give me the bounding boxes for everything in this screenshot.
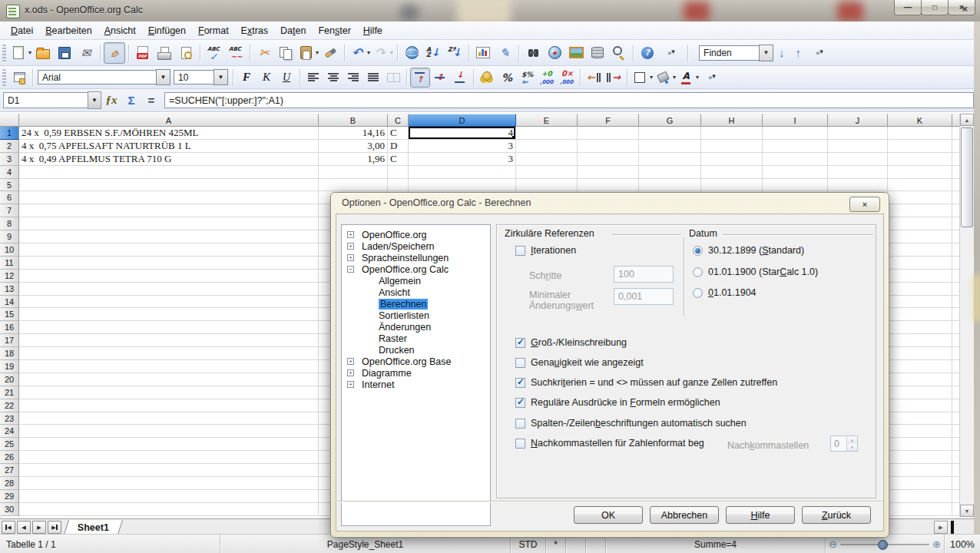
menu-hilfe[interactable]: Hilfe	[357, 23, 389, 38]
sort-ascending-button[interactable]	[422, 42, 444, 64]
increase-indent-button[interactable]	[604, 68, 624, 88]
font-name-dropdown-icon[interactable]: ▼	[156, 69, 171, 85]
cell[interactable]: 3,00	[319, 140, 388, 153]
cell[interactable]	[19, 373, 319, 386]
expand-plus-icon[interactable]: +	[347, 358, 354, 365]
tree-item-drucken[interactable]: Drucken	[342, 344, 490, 356]
cell[interactable]	[888, 217, 952, 230]
search-criteria-whole-cells-checkbox[interactable]: ✓Suchkriterien = und <> müssen auf ganze…	[515, 377, 777, 388]
cell[interactable]	[19, 283, 319, 296]
sheet-last-button[interactable]: ▶	[48, 521, 61, 534]
expand-plus-icon[interactable]: +	[347, 254, 354, 261]
cut-button[interactable]	[253, 42, 275, 64]
cell[interactable]	[888, 270, 952, 283]
cell[interactable]	[828, 179, 888, 192]
align-center-v-button[interactable]	[430, 68, 450, 88]
dropdown-arrow-icon[interactable]: ▾	[367, 49, 370, 56]
cell[interactable]	[19, 243, 319, 257]
cell[interactable]	[763, 153, 828, 166]
decrease-indent-button[interactable]	[584, 68, 604, 88]
cell[interactable]	[19, 503, 319, 516]
cell[interactable]	[516, 140, 578, 153]
cell[interactable]: 14,16	[319, 127, 388, 140]
zoom-out-icon[interactable]: ⊖	[826, 538, 840, 550]
page-preview-button[interactable]	[175, 42, 197, 64]
tree-item-openoffice-org-calc[interactable]: −OpenOffice.org Calc	[342, 263, 490, 275]
toolbar-overflow-icon[interactable]: »	[806, 42, 833, 64]
column-header-h[interactable]: H	[701, 114, 763, 127]
cell[interactable]	[888, 399, 952, 412]
column-header-j[interactable]: J	[828, 114, 888, 127]
row-header-16[interactable]: 16	[0, 321, 19, 334]
row-header-15[interactable]: 15	[0, 308, 19, 321]
cell[interactable]	[888, 438, 952, 451]
draw-functions-button[interactable]	[494, 42, 515, 64]
cell[interactable]	[828, 140, 888, 153]
undo-button[interactable]: ▾	[348, 42, 371, 64]
row-header-19[interactable]: 19	[0, 360, 19, 373]
find-previous-icon[interactable]: ↑	[790, 46, 807, 59]
precision-as-shown-checkbox[interactable]: Genauigkeit wie angezeigt	[515, 357, 644, 368]
formula-equals-icon[interactable]: =	[141, 91, 161, 110]
cell[interactable]	[888, 373, 952, 386]
cell[interactable]	[701, 153, 763, 166]
font-name-combo[interactable]: Arial▼	[38, 69, 171, 85]
cell[interactable]	[516, 166, 578, 179]
cell[interactable]	[19, 438, 319, 451]
unchecked-checkbox-icon[interactable]	[515, 419, 525, 429]
cell[interactable]	[888, 283, 952, 296]
cell[interactable]	[19, 230, 319, 243]
cell[interactable]	[888, 166, 952, 179]
menu-einfgen[interactable]: Einfügen	[142, 23, 192, 38]
row-header-17[interactable]: 17	[0, 334, 19, 347]
row-header-20[interactable]: 20	[0, 373, 19, 386]
zoom-track[interactable]	[840, 544, 929, 545]
insert-chart-button[interactable]	[472, 42, 494, 64]
add-decimal-button[interactable]	[537, 68, 557, 88]
date-1904-radio[interactable]: 01.01.1904	[693, 287, 757, 298]
auto-find-labels-checkbox[interactable]: Spalten-/Zeilenbeschriftungen automatisc…	[515, 418, 747, 429]
cell[interactable]	[639, 153, 701, 166]
row-header-4[interactable]: 4	[0, 166, 19, 179]
cell[interactable]	[888, 477, 952, 490]
row-header-21[interactable]: 21	[0, 386, 19, 399]
menu-datei[interactable]: Datei	[5, 23, 39, 38]
tree-item--nderungen[interactable]: Änderungen	[342, 321, 490, 333]
cell[interactable]	[388, 179, 409, 192]
cell[interactable]	[19, 257, 319, 270]
iterations-checkbox[interactable]: Iterationen	[515, 245, 576, 256]
cell[interactable]	[888, 386, 952, 399]
checked-checkbox-icon[interactable]: ✓	[515, 338, 525, 348]
align-left-button[interactable]	[303, 68, 323, 88]
cell[interactable]	[888, 334, 952, 347]
date-1900-radio[interactable]: 01.01.1900 (StarCalc 1.0)	[693, 267, 818, 277]
ok-button[interactable]: OK	[574, 506, 643, 524]
cell[interactable]	[701, 140, 763, 153]
sheet-next-button[interactable]: ▶	[32, 521, 46, 534]
row-header-24[interactable]: 24	[0, 425, 19, 438]
cell[interactable]	[516, 127, 578, 140]
copy-button[interactable]	[275, 42, 296, 64]
expand-plus-icon[interactable]: +	[347, 369, 354, 376]
formula-input[interactable]: =SUCHEN("[:upper:]?";A1)	[164, 92, 974, 108]
find-dropdown-icon[interactable]: ▼	[759, 45, 773, 61]
cell[interactable]: 4 x 0,49 APFELMUS TETRA 710 G	[19, 153, 319, 166]
align-center-button[interactable]	[323, 68, 343, 88]
cell[interactable]	[516, 153, 578, 166]
justify-button[interactable]	[363, 68, 383, 88]
cell[interactable]	[19, 386, 319, 399]
cell[interactable]: 4 x 0,75 APFELSAFT NATURTRÜB 1 L	[19, 140, 319, 153]
row-header-8[interactable]: 8	[0, 217, 19, 230]
cell[interactable]	[888, 153, 952, 166]
cell[interactable]	[888, 140, 952, 153]
paste-button[interactable]: ▾	[296, 42, 319, 64]
horizontal-scrollbar[interactable]: ▶	[934, 521, 954, 534]
row-header-14[interactable]: 14	[0, 296, 19, 309]
cell[interactable]	[763, 166, 828, 179]
cell[interactable]	[19, 204, 319, 217]
menu-daten[interactable]: Daten	[274, 23, 312, 38]
minimize-button[interactable]: —	[894, 0, 922, 15]
cell[interactable]	[639, 179, 701, 192]
cell[interactable]	[19, 425, 319, 438]
cell[interactable]	[409, 179, 516, 192]
